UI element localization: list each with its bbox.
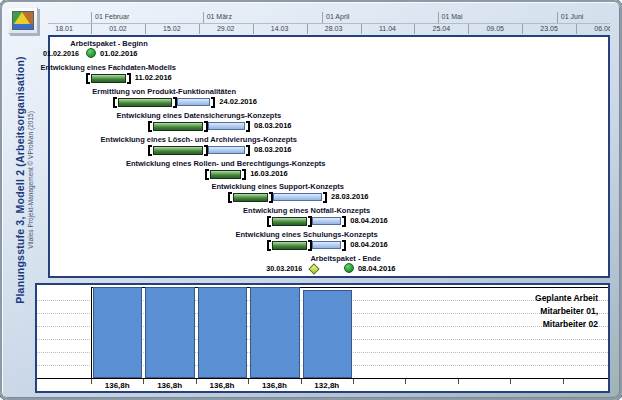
- value-row-tick: [248, 379, 249, 384]
- date-label: 09.05: [468, 25, 522, 32]
- task-bar-progress[interactable]: [272, 241, 307, 250]
- task-bar-progress[interactable]: [233, 193, 268, 202]
- task-bar-slack[interactable]: [208, 146, 245, 154]
- histogram-bar[interactable]: [198, 287, 247, 378]
- task-name-label: Ermittlung von Produkt-Funktionalitäten: [14, 87, 314, 96]
- task-bar-progress[interactable]: [272, 217, 307, 226]
- task-bar-bracket: [242, 169, 246, 180]
- histogram-panel: 136,8h136,8h136,8h136,8h132,8h Geplante …: [35, 283, 610, 393]
- task-bar-bracket: [127, 73, 131, 84]
- legend-line: Mitarbeiter 01,: [535, 305, 598, 318]
- task-bar-bracket: [323, 192, 327, 203]
- month-tick: [557, 12, 558, 23]
- histogram-legend: Geplante Arbeit Mitarbeiter 01, Mitarbei…: [535, 292, 598, 331]
- date-label: 25.04: [414, 25, 468, 32]
- month-label: 01 Mai: [442, 13, 463, 20]
- legend-line: Geplante Arbeit: [535, 292, 598, 305]
- task-bar-bracket: [267, 216, 271, 227]
- month-label: 01 Juni: [561, 13, 584, 20]
- date-label: 06.06: [576, 25, 610, 32]
- plot-axis-bottom: [37, 378, 608, 379]
- task-bar-slack[interactable]: [177, 98, 211, 106]
- task-bar-bracket: [86, 73, 90, 84]
- task-bar-progress[interactable]: [118, 98, 172, 107]
- month-label: 01 April: [326, 13, 349, 20]
- task-date-label: 08.04.2016: [350, 240, 388, 249]
- task-date-label: 08.03.2016: [254, 145, 292, 154]
- milestone-end-marker[interactable]: [344, 263, 354, 273]
- date-label: 14.03: [253, 25, 307, 32]
- task-bar-bracket: [342, 240, 346, 251]
- task-bar-bracket: [246, 145, 250, 156]
- bar-value-label: 136,8h: [196, 381, 248, 390]
- task-bar-slack[interactable]: [273, 193, 322, 201]
- milestone-end-start-date-label: 30.03.2016: [256, 264, 302, 273]
- value-row-tick: [91, 379, 92, 384]
- task-name-label: Entwicklung eines Notfall-Konzepts: [157, 206, 457, 215]
- task-date-label: 08.04.2016: [358, 264, 396, 273]
- task-bar-bracket: [228, 192, 232, 203]
- task-bar-progress[interactable]: [210, 170, 241, 179]
- value-row-tick: [563, 379, 564, 384]
- task-name-label: Entwicklung eines Datensicherungs-Konzep…: [49, 111, 349, 120]
- task-bar-progress[interactable]: [153, 122, 203, 131]
- task-bar-bracket: [205, 169, 209, 180]
- histogram-bar[interactable]: [250, 287, 299, 378]
- task-name-label: Entwicklung eines Rollen- und Berechtigu…: [76, 159, 376, 168]
- value-row-tick: [458, 379, 459, 384]
- milestone-start-marker[interactable]: [86, 48, 96, 58]
- timeline-separator-line: [48, 23, 610, 24]
- task-name-label: Arbeitspaket - Beginn: [0, 39, 259, 48]
- task-bar-bracket: [113, 97, 117, 108]
- date-label: 29.02: [199, 25, 253, 32]
- task-name-label: Entwicklung eines Lösch- und Archivierun…: [49, 135, 349, 144]
- gantt-panel: Arbeitspaket - Beginn01.02.201601.02.201…: [48, 35, 610, 278]
- gantt-canvas: Arbeitspaket - Beginn01.02.201601.02.201…: [50, 37, 608, 276]
- timeline-header: 01 Februar01 März01 April01 Mai01 Juni18…: [48, 12, 610, 35]
- task-date-label: 08.03.2016: [254, 121, 292, 130]
- value-row-tick: [353, 379, 354, 384]
- bar-value-label: 136,8h: [91, 381, 143, 390]
- month-tick: [91, 12, 92, 23]
- date-label: 28.03: [307, 25, 361, 32]
- value-row-tick: [510, 379, 511, 384]
- value-row-tick: [301, 379, 302, 384]
- date-label: 11.04: [361, 25, 415, 32]
- bar-value-label: 136,8h: [248, 381, 300, 390]
- month-tick: [203, 12, 204, 23]
- date-label: 23.05: [522, 25, 576, 32]
- logo-button[interactable]: [8, 7, 38, 34]
- task-name-label: Entwicklung eines Fachdaten-Modells: [0, 63, 258, 72]
- histogram-bar[interactable]: [303, 290, 352, 378]
- pyramid-logo-icon: [12, 11, 34, 30]
- plot-frame-left: [91, 287, 92, 378]
- task-name-label: Entwicklung eines Schulungs-Konzepts: [157, 230, 457, 239]
- value-row-tick: [405, 379, 406, 384]
- task-bar-slack[interactable]: [312, 217, 342, 225]
- task-bar-progress[interactable]: [91, 74, 126, 83]
- value-row-tick: [143, 379, 144, 384]
- bar-value-label: 132,8h: [301, 381, 353, 390]
- task-bar-progress[interactable]: [153, 146, 203, 155]
- task-bar-slack[interactable]: [312, 241, 342, 249]
- date-label: 01.02: [91, 25, 145, 32]
- task-name-label: Arbeitspaket - Ende: [196, 254, 496, 263]
- task-name-label: Entwicklung eines Support-Konzepts: [128, 182, 428, 191]
- task-bar-slack[interactable]: [208, 122, 245, 130]
- bar-value-label: 136,8h: [143, 381, 195, 390]
- month-label: 01 Februar: [95, 13, 129, 20]
- value-row-tick: [196, 379, 197, 384]
- app-credit-text: Vitales Projekt-Management © VProMan (20…: [27, 111, 34, 249]
- task-date-label: 08.04.2016: [350, 216, 388, 225]
- task-bar-bracket: [148, 145, 152, 156]
- task-bar-bracket: [342, 216, 346, 227]
- month-label: 01 März: [207, 13, 232, 20]
- milestone-start-date-label: 01.02.2016: [33, 49, 79, 58]
- task-date-label: 01.02.2016: [100, 49, 138, 58]
- task-date-label: 11.02.2016: [135, 73, 172, 82]
- date-label: 18.01: [48, 25, 91, 32]
- histogram-bar[interactable]: [145, 287, 194, 378]
- histogram-bar[interactable]: [93, 287, 142, 378]
- milestone-diamond-marker[interactable]: [309, 263, 320, 274]
- task-date-label: 28.03.2016: [331, 192, 369, 201]
